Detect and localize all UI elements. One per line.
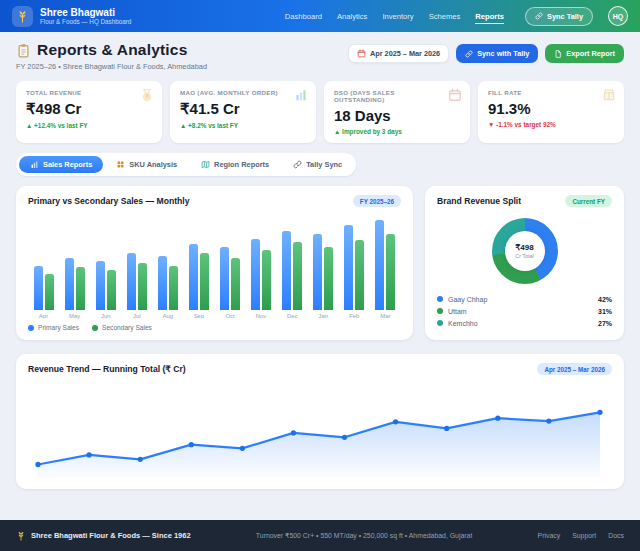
tab-label: Sales Reports	[43, 160, 92, 169]
line-data-point[interactable]	[597, 410, 602, 415]
donut-legend: Gaay Chhap42%Uttam31%Kemchho27%	[437, 293, 612, 330]
footer-brand: Shree Bhagwati Flour & Foods — Since 196…	[16, 531, 191, 541]
nav-item-dashboard[interactable]: Dashboard	[285, 9, 322, 24]
bar-category-label: May	[69, 313, 80, 319]
legend-percent: 31%	[598, 308, 612, 315]
bar[interactable]	[282, 231, 291, 310]
nav-links: Dashboard Analytics Inventory Schemes Re…	[285, 9, 504, 24]
line-data-point[interactable]	[86, 452, 91, 457]
bar[interactable]	[107, 270, 116, 310]
footer-link-support[interactable]: Support	[572, 532, 596, 539]
header-actions: Apr 2025 – Mar 2026 Sync with Tally Expo…	[348, 44, 624, 63]
tab-sales-reports[interactable]: Sales Reports	[19, 156, 103, 173]
kpi-dso: DSO (DAYS SALES OUTSTANDING) 18 Days ▲ I…	[324, 81, 470, 143]
bar-category-label: Dec	[287, 313, 297, 319]
line-data-point[interactable]	[546, 418, 551, 423]
bar[interactable]	[231, 258, 240, 310]
kpi-value: 91.3%	[488, 100, 614, 117]
kpi-label: MAO (AVG. MONTHLY ORDER)	[180, 89, 306, 96]
nav-item-reports[interactable]: Reports	[475, 9, 504, 24]
kpi-value: ₹498 Cr	[26, 100, 152, 118]
bar-chart[interactable]: AprMayJunJulAugSepOctNovDecJanFebMar	[28, 215, 401, 319]
nav-item-schemes[interactable]: Schemes	[429, 9, 461, 24]
bar[interactable]	[293, 242, 302, 310]
bar[interactable]	[34, 266, 43, 310]
bar[interactable]	[45, 274, 54, 310]
bar[interactable]	[375, 220, 384, 310]
footer-link-privacy[interactable]: Privacy	[538, 532, 561, 539]
bar[interactable]	[96, 261, 105, 310]
nav-sync-tally-button[interactable]: Sync Tally	[525, 7, 593, 26]
nav-item-inventory[interactable]: Inventory	[382, 9, 413, 24]
bar[interactable]	[220, 247, 229, 310]
line-data-point[interactable]	[495, 416, 500, 421]
line-data-point[interactable]	[291, 430, 296, 435]
line-data-point[interactable]	[189, 442, 194, 447]
bar-group: Feb	[339, 215, 370, 319]
bar[interactable]	[324, 247, 333, 310]
legend-dot-primary	[28, 325, 34, 331]
bar[interactable]	[313, 234, 322, 310]
date-range-badge: Apr 2025 – Mar 2026	[537, 363, 612, 375]
bar[interactable]	[189, 244, 198, 311]
user-avatar[interactable]: HQ	[608, 6, 628, 26]
line-data-point[interactable]	[393, 419, 398, 424]
line-data-point[interactable]	[444, 426, 449, 431]
bar-category-label: Sep	[194, 313, 204, 319]
package-icon	[602, 88, 616, 102]
bar[interactable]	[76, 267, 85, 310]
footer-stats: Turnover ₹500 Cr+ • 550 MT/day • 250,000…	[256, 532, 472, 540]
line-chart-svg[interactable]	[28, 382, 612, 480]
map-icon	[201, 160, 210, 169]
nav-sync-tally-label: Sync Tally	[547, 12, 583, 21]
nav-item-analytics[interactable]: Analytics	[337, 9, 367, 24]
donut-chart[interactable]: ₹498 Cr Total	[492, 218, 558, 284]
footer: Shree Bhagwati Flour & Foods — Since 196…	[0, 520, 640, 551]
export-report-button[interactable]: Export Report	[545, 44, 624, 63]
bar-chart-icon	[294, 88, 308, 102]
bar-group: Jan	[308, 215, 339, 319]
page-title: Reports & Analytics	[37, 41, 188, 59]
main-content: Reports & Analytics FY 2025–26 • Shree B…	[0, 32, 640, 510]
footer-link-docs[interactable]: Docs	[608, 532, 624, 539]
line-data-point[interactable]	[35, 462, 40, 467]
bar-category-label: Jan	[318, 313, 328, 319]
bar-chart-icon	[30, 160, 39, 169]
sync-with-tally-button[interactable]: Sync with Tally	[456, 44, 538, 63]
bar[interactable]	[200, 253, 209, 310]
link-icon	[535, 12, 543, 20]
bar[interactable]	[262, 250, 271, 310]
svg-text:₹: ₹	[146, 94, 149, 99]
brand-split-card: Brand Revenue Split Current FY ₹498 Cr T…	[425, 186, 624, 340]
calendar-icon	[357, 49, 366, 58]
brand-name: Shree Bhagwati	[40, 7, 131, 19]
tab-region-reports[interactable]: Region Reports	[190, 156, 280, 173]
bar[interactable]	[65, 258, 74, 310]
kpi-label: DSO (DAYS SALES OUTSTANDING)	[334, 89, 460, 103]
bar-category-label: Jun	[101, 313, 111, 319]
tab-tally-sync[interactable]: Tally Sync	[282, 156, 353, 173]
page-header: Reports & Analytics FY 2025–26 • Shree B…	[16, 41, 624, 71]
bar[interactable]	[127, 253, 136, 310]
line-data-point[interactable]	[138, 457, 143, 462]
kpi-label: FILL RATE	[488, 89, 614, 96]
date-range-picker[interactable]: Apr 2025 – Mar 2026	[348, 44, 449, 63]
kpi-delta: ▼ -1.1% vs target 92%	[488, 121, 614, 128]
sku-grid-icon	[116, 160, 125, 169]
bar[interactable]	[138, 263, 147, 311]
donut-chart-title: Brand Revenue Split	[437, 196, 521, 206]
bar[interactable]	[344, 225, 353, 311]
bar-group: Jun	[90, 215, 121, 319]
bar[interactable]	[158, 256, 167, 310]
bar[interactable]	[386, 234, 395, 310]
bar[interactable]	[169, 266, 178, 310]
bar[interactable]	[251, 239, 260, 310]
tab-sku-analysis[interactable]: SKU Analysis	[105, 156, 188, 173]
line-data-point[interactable]	[240, 446, 245, 451]
legend-label: Kemchho	[448, 320, 478, 327]
bar-group: Jul	[121, 215, 152, 319]
donut-center: ₹498 Cr Total	[505, 231, 545, 271]
bar[interactable]	[355, 240, 364, 310]
line-data-point[interactable]	[342, 435, 347, 440]
current-fy-badge: Current FY	[565, 195, 612, 207]
